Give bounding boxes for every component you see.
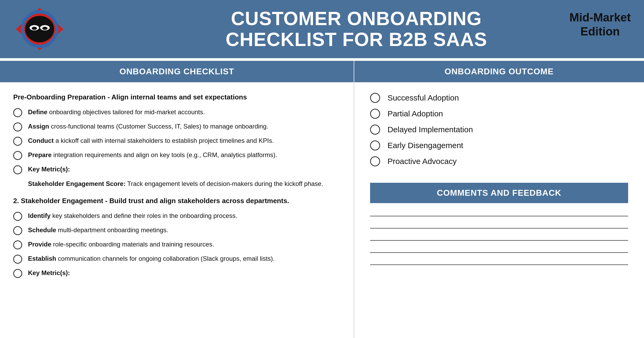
- checkbox-conduct[interactable]: [13, 137, 22, 146]
- header-title-area: CUSTOMER ONBOARDING CHECKLIST FOR B2B SA…: [79, 8, 633, 50]
- checklist-item[interactable]: Conduct a kickoff call with internal sta…: [13, 136, 340, 146]
- checklist-item-key-metric: Key Metric(s):: [13, 165, 340, 174]
- checkbox-define[interactable]: [13, 108, 22, 117]
- outcome-circle-delayed[interactable]: [370, 125, 380, 135]
- checkbox-keymetric[interactable]: [13, 165, 22, 174]
- outcome-label: Proactive Advocacy: [388, 157, 457, 166]
- checklist-item[interactable]: Assign cross-functional teams (Customer …: [13, 122, 340, 131]
- outcome-item-delayed[interactable]: Delayed Implementation: [370, 125, 628, 135]
- outcome-label: Partial Adoption: [388, 109, 443, 118]
- outcome-item-proactive[interactable]: Proactive Advocacy: [370, 156, 628, 166]
- outcome-list: Successful Adoption Partial Adoption Del…: [370, 93, 628, 172]
- checklist-item[interactable]: Prepare integration requirements and ali…: [13, 150, 340, 160]
- page-header: CUSTOMER ONBOARDING CHECKLIST FOR B2B SA…: [0, 0, 644, 58]
- checkbox-identify[interactable]: [13, 212, 22, 221]
- outcome-circle-early[interactable]: [370, 140, 380, 150]
- comment-line-2: [370, 226, 628, 229]
- checklist-item[interactable]: Provide role-specific onboarding materia…: [13, 240, 340, 249]
- outcome-item-early[interactable]: Early Disengagement: [370, 140, 628, 150]
- checklist-item[interactable]: Schedule multi-department onboarding mee…: [13, 226, 340, 235]
- checkbox-provide[interactable]: [13, 240, 22, 249]
- svg-point-5: [32, 27, 37, 30]
- checkbox-assign[interactable]: [13, 122, 22, 131]
- section1-heading: Pre-Onboarding Preparation - Align inter…: [13, 93, 340, 102]
- logo: [11, 5, 69, 53]
- outcome-label: Delayed Implementation: [388, 125, 473, 134]
- checklist-item[interactable]: Define onboarding objectives tailored fo…: [13, 108, 340, 117]
- outcome-circle-successful[interactable]: [370, 93, 380, 103]
- checklist-column-header: ONBOARDING CHECKLIST: [0, 61, 354, 82]
- comments-header: COMMENTS AND FEEDBACK: [370, 183, 628, 203]
- checkbox-establish[interactable]: [13, 255, 22, 264]
- outcome-label: Successful Adoption: [388, 93, 459, 102]
- comment-line-4: [370, 250, 628, 253]
- column-headers: ONBOARDING CHECKLIST ONBOARDING OUTCOME: [0, 61, 644, 82]
- outcome-circle-proactive[interactable]: [370, 156, 380, 166]
- checklist-item-key-metric2: Key Metric(s):: [13, 268, 340, 278]
- key-metric-block: Stakeholder Engagement Score: Track enga…: [28, 179, 340, 189]
- checkbox-prepare[interactable]: [13, 151, 22, 160]
- checkbox-schedule[interactable]: [13, 226, 22, 235]
- outcome-item-successful[interactable]: Successful Adoption: [370, 93, 628, 103]
- section2-heading: 2. Stakeholder Engagement - Build trust …: [13, 197, 340, 205]
- comment-line-1: [370, 214, 628, 216]
- right-panel: Successful Adoption Partial Adoption Del…: [354, 82, 644, 338]
- svg-point-6: [42, 27, 48, 30]
- outcome-item-partial[interactable]: Partial Adoption: [370, 109, 628, 119]
- outcome-circle-partial[interactable]: [370, 109, 380, 119]
- comment-line-5: [370, 262, 628, 265]
- outcome-label: Early Disengagement: [388, 141, 463, 150]
- main-content: Pre-Onboarding Preparation - Align inter…: [0, 82, 644, 338]
- outcome-column-header: ONBOARDING OUTCOME: [354, 61, 644, 82]
- svg-point-2: [25, 16, 54, 42]
- left-panel: Pre-Onboarding Preparation - Align inter…: [0, 82, 354, 338]
- header-edition: Mid-MarketEdition: [570, 11, 631, 39]
- checklist-item[interactable]: Establish communication channels for ong…: [13, 254, 340, 264]
- header-title: CUSTOMER ONBOARDING CHECKLIST FOR B2B SA…: [79, 8, 633, 50]
- comment-line-3: [370, 238, 628, 241]
- checkbox-keymetric2[interactable]: [13, 269, 22, 278]
- checklist-item[interactable]: Identify key stakeholders and define the…: [13, 211, 340, 221]
